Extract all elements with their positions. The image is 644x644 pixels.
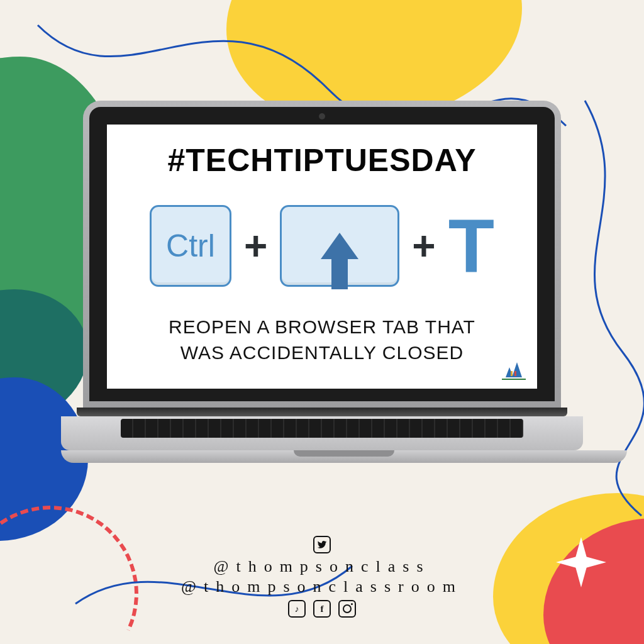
laptop-bezel: #TECHTIPTUESDAY Ctrl + + T REOPEN A BROW… <box>89 107 555 401</box>
laptop-keyboard <box>121 419 523 438</box>
key-shift <box>280 205 399 287</box>
svg-marker-1 <box>512 362 522 377</box>
arrow-up-icon <box>321 233 358 259</box>
social-handle-2: @thompsonclassroom <box>0 577 644 596</box>
social-icon-row-bottom: ♪ f <box>0 600 644 618</box>
shortcut-keys-row: Ctrl + + T <box>127 205 517 287</box>
laptop-camera-icon <box>319 113 325 119</box>
svg-marker-2 <box>502 379 526 380</box>
key-ctrl-label: Ctrl <box>166 228 215 264</box>
district-logo-icon <box>499 358 528 381</box>
laptop-notch <box>294 450 394 457</box>
tip-line-1: REOPEN A BROWSER TAB THAT <box>127 314 517 340</box>
svg-rect-4 <box>514 371 516 376</box>
plus-separator-2: + <box>412 223 435 269</box>
tiktok-icon: ♪ <box>288 600 306 618</box>
laptop-hinge <box>77 408 567 416</box>
hashtag-heading: #TECHTIPTUESDAY <box>127 142 517 179</box>
svg-rect-3 <box>511 371 513 376</box>
laptop-illustration: #TECHTIPTUESDAY Ctrl + + T REOPEN A BROW… <box>61 101 583 463</box>
key-ctrl: Ctrl <box>150 205 231 287</box>
tip-description: REOPEN A BROWSER TAB THAT WAS ACCIDENTAL… <box>127 314 517 365</box>
laptop-keyboard-deck <box>61 416 583 450</box>
laptop-base <box>61 450 627 463</box>
laptop-lid: #TECHTIPTUESDAY Ctrl + + T REOPEN A BROW… <box>83 101 561 408</box>
twitter-icon <box>313 536 331 553</box>
social-handle-1: @thompsonclass <box>0 557 644 576</box>
social-icon-row-top <box>0 536 644 553</box>
plus-separator-1: + <box>244 223 267 269</box>
facebook-icon: f <box>313 600 331 618</box>
key-t-label: T <box>448 208 494 284</box>
social-footer: @thompsonclass @thompsonclassroom ♪ f <box>0 532 644 621</box>
laptop-screen: #TECHTIPTUESDAY Ctrl + + T REOPEN A BROW… <box>107 125 537 389</box>
tip-line-2: WAS ACCIDENTALLY CLOSED <box>127 340 517 366</box>
instagram-icon <box>338 600 356 618</box>
